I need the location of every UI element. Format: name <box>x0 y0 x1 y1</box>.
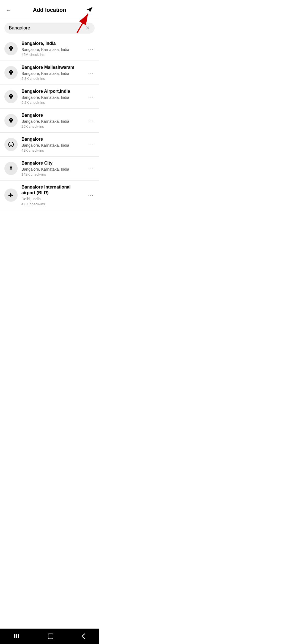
location-info: Bangalore, India Bangalore, Karnataka, I… <box>21 41 85 57</box>
location-name: Bangalore City <box>21 160 85 166</box>
location-checkins: 2.8K check-ins <box>21 77 85 81</box>
location-name: Bangalore Malleshwaram <box>21 65 85 70</box>
more-options-button[interactable]: ··· <box>85 93 95 100</box>
location-info: Bangalore Bangalore, Karnataka, India 42… <box>21 137 85 152</box>
current-location-button[interactable] <box>85 5 95 15</box>
list-item[interactable]: Bangalore City Bangalore, Karnataka, Ind… <box>0 157 99 181</box>
location-avatar <box>4 90 18 103</box>
location-checkins: 26K check-ins <box>21 124 85 129</box>
location-info: Bangalore International airport (BLR) De… <box>21 184 85 206</box>
page-title: Add location <box>33 7 66 13</box>
location-sub: Delhi, India <box>21 197 85 201</box>
list-item[interactable]: Bangalore Bangalore, Karnataka, India 42… <box>0 133 99 157</box>
location-sub: Bangalore, Karnataka, India <box>21 119 85 124</box>
location-checkins: 142K check-ins <box>21 172 85 176</box>
location-sub: Bangalore, Karnataka, India <box>21 47 85 52</box>
location-name: Bangalore Airport,india <box>21 89 85 94</box>
search-container: ✕ <box>0 19 99 37</box>
more-options-button[interactable]: ··· <box>85 69 95 77</box>
location-info: Bangalore Airport,india Bangalore, Karna… <box>21 89 85 105</box>
pin-icon <box>8 70 14 76</box>
location-checkins: 9.2K check-ins <box>21 100 85 105</box>
location-name: Bangalore <box>21 113 85 118</box>
location-sub: Bangalore, Karnataka, India <box>21 167 85 172</box>
location-checkins: 4.6K check-ins <box>21 202 85 206</box>
location-avatar <box>4 42 18 55</box>
location-info: Bangalore City Bangalore, Karnataka, Ind… <box>21 160 85 176</box>
navigation-icon <box>86 6 94 13</box>
location-avatar <box>4 138 18 151</box>
header: ← Add location <box>0 0 99 19</box>
more-options-button[interactable]: ··· <box>85 45 95 53</box>
location-avatar <box>4 189 18 202</box>
location-avatar <box>4 66 18 79</box>
more-options-button[interactable]: ··· <box>85 165 95 172</box>
more-options-button[interactable]: ··· <box>85 191 95 199</box>
fork-icon <box>8 165 14 171</box>
list-item[interactable]: Bangalore Malleshwaram Bangalore, Karnat… <box>0 61 99 85</box>
location-name: Bangalore <box>21 137 85 142</box>
location-list: Bangalore, India Bangalore, Karnataka, I… <box>0 37 99 210</box>
svg-point-3 <box>10 144 10 144</box>
clear-search-button[interactable]: ✕ <box>85 26 90 31</box>
list-item[interactable]: Bangalore Airport,india Bangalore, Karna… <box>0 85 99 109</box>
location-info: Bangalore Bangalore, Karnataka, India 26… <box>21 113 85 129</box>
location-avatar <box>4 162 18 175</box>
pin-icon <box>8 46 14 52</box>
location-sub: Bangalore, Karnataka, India <box>21 143 85 148</box>
pin-icon <box>8 118 14 124</box>
pin-icon <box>8 94 14 100</box>
location-checkins: 42M check-ins <box>21 53 85 57</box>
back-button[interactable]: ← <box>4 6 13 14</box>
location-info: Bangalore Malleshwaram Bangalore, Karnat… <box>21 65 85 81</box>
more-options-button[interactable]: ··· <box>85 141 95 148</box>
location-sub: Bangalore, Karnataka, India <box>21 71 85 76</box>
svg-point-4 <box>12 144 12 144</box>
list-item[interactable]: Bangalore International airport (BLR) De… <box>0 181 99 210</box>
smiley-icon <box>8 141 14 148</box>
list-item[interactable]: Bangalore, India Bangalore, Karnataka, I… <box>0 37 99 61</box>
location-avatar <box>4 114 18 127</box>
search-bar: ✕ <box>4 23 95 34</box>
search-input[interactable] <box>9 25 85 31</box>
svg-point-2 <box>9 142 13 147</box>
list-item[interactable]: Bangalore Bangalore, Karnataka, India 26… <box>0 109 99 133</box>
location-name: Bangalore International airport (BLR) <box>21 184 85 196</box>
airport-icon <box>8 192 14 198</box>
location-checkins: 42K check-ins <box>21 148 85 152</box>
location-sub: Bangalore, Karnataka, India <box>21 95 85 100</box>
more-options-button[interactable]: ··· <box>85 117 95 124</box>
location-name: Bangalore, India <box>21 41 85 47</box>
